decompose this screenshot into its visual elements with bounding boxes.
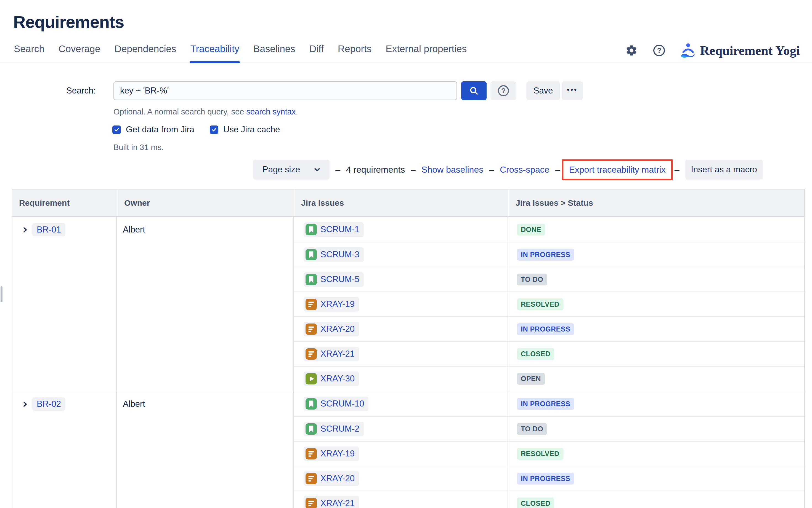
tab-diff[interactable]: Diff bbox=[309, 39, 324, 62]
page-size-dropdown[interactable]: Page size bbox=[253, 160, 330, 179]
test-icon bbox=[306, 299, 317, 310]
owner-cell: Albert bbox=[117, 217, 294, 391]
status-subrow: RESOLVED bbox=[508, 441, 804, 466]
story-icon bbox=[306, 274, 317, 285]
issue-key: XRAY-19 bbox=[320, 299, 355, 309]
story-icon bbox=[306, 398, 317, 410]
column-header-jira-issues: Jira Issues bbox=[294, 189, 508, 216]
jira-issue-link-scrum-10[interactable]: SCRUM-10 bbox=[304, 396, 369, 411]
jira-issue-link-xray-30[interactable]: XRAY-30 bbox=[304, 372, 359, 386]
status-subrow: RESOLVED bbox=[508, 292, 804, 316]
requirement-link[interactable]: BR-02 bbox=[32, 397, 66, 411]
issue-subrow: SCRUM-5 bbox=[294, 267, 508, 292]
issue-key: SCRUM-1 bbox=[320, 224, 359, 235]
issue-key: XRAY-20 bbox=[320, 473, 355, 483]
jira-issue-link-xray-21[interactable]: XRAY-21 bbox=[304, 347, 359, 361]
issue-key: SCRUM-2 bbox=[320, 424, 359, 434]
search-syntax-help-button[interactable]: ? bbox=[491, 81, 516, 100]
jira-issue-link-scrum-1[interactable]: SCRUM-1 bbox=[304, 222, 364, 237]
tab-baselines[interactable]: Baselines bbox=[253, 39, 296, 62]
jira-issues-cell: SCRUM-1SCRUM-3SCRUM-5XRAY-19XRAY-20XRAY-… bbox=[294, 217, 508, 391]
owner-cell: Albert bbox=[117, 391, 294, 508]
jira-status-cell: DONEIN PROGRESSTO DORESOLVEDIN PROGRESSC… bbox=[508, 217, 804, 391]
jira-issue-link-xray-21[interactable]: XRAY-21 bbox=[304, 496, 359, 508]
issue-subrow: XRAY-19 bbox=[294, 441, 508, 466]
tab-coverage[interactable]: Coverage bbox=[58, 39, 101, 62]
link-cross-space[interactable]: Cross-space bbox=[500, 165, 549, 175]
tab-dependencies[interactable]: Dependencies bbox=[114, 39, 177, 62]
page-title: Requirements bbox=[13, 12, 812, 32]
separator-dash: – bbox=[335, 165, 340, 175]
checkbox-use-jira-cache[interactable]: Use Jira cache bbox=[210, 125, 280, 135]
jira-issue-link-scrum-2[interactable]: SCRUM-2 bbox=[304, 422, 364, 436]
status-subrow: TO DO bbox=[508, 267, 804, 292]
table-body: BR-01AlbertSCRUM-1SCRUM-3SCRUM-5XRAY-19X… bbox=[12, 217, 804, 508]
status-subrow: IN PROGRESS bbox=[508, 242, 804, 267]
issue-subrow: XRAY-21 bbox=[294, 491, 508, 508]
search-syntax-link[interactable]: search syntax bbox=[246, 107, 296, 116]
test-icon bbox=[306, 324, 317, 335]
status-subrow: OPEN bbox=[508, 366, 804, 391]
help-circle-icon[interactable]: ? bbox=[653, 44, 666, 57]
chevron-down-icon bbox=[313, 166, 321, 174]
status-badge: IN PROGRESS bbox=[517, 473, 574, 484]
chevron-right-icon bbox=[21, 226, 29, 234]
requirement-link[interactable]: BR-01 bbox=[32, 223, 66, 236]
table-header: RequirementOwnerJira IssuesJira Issues >… bbox=[12, 189, 804, 217]
status-badge: CLOSED bbox=[517, 498, 554, 508]
jira-issue-link-xray-20[interactable]: XRAY-20 bbox=[304, 471, 359, 486]
insert-as-macro-button[interactable]: Insert as a macro bbox=[685, 160, 763, 179]
test-icon bbox=[306, 498, 317, 508]
search-icon bbox=[469, 86, 479, 96]
chevron-right-icon bbox=[21, 400, 29, 408]
status-badge: CLOSED bbox=[517, 348, 554, 360]
checkbox-label: Get data from Jira bbox=[126, 125, 194, 135]
link-export-traceability-matrix[interactable]: Export traceability matrix bbox=[569, 165, 665, 175]
search-input[interactable] bbox=[113, 81, 457, 100]
tab-traceability[interactable]: Traceability bbox=[190, 39, 240, 62]
jira-issue-link-xray-19[interactable]: XRAY-19 bbox=[304, 447, 359, 461]
helper-suffix: . bbox=[296, 107, 298, 116]
more-options-button[interactable]: ••• bbox=[562, 81, 583, 100]
jira-issue-link-xray-20[interactable]: XRAY-20 bbox=[304, 322, 359, 336]
status-subrow: IN PROGRESS bbox=[508, 466, 804, 491]
issue-key: XRAY-30 bbox=[320, 374, 355, 384]
search-label: Search: bbox=[66, 86, 113, 96]
issue-subrow: XRAY-21 bbox=[294, 341, 508, 366]
checkbox-box[interactable] bbox=[112, 125, 121, 134]
requirement-row-br-01: BR-01AlbertSCRUM-1SCRUM-3SCRUM-5XRAY-19X… bbox=[12, 217, 804, 391]
expand-chevron[interactable] bbox=[21, 397, 29, 411]
main-nav: SearchCoverageDependenciesTraceabilityBa… bbox=[0, 39, 812, 63]
search-row: Search: ? Save ••• bbox=[66, 81, 812, 100]
status-badge: IN PROGRESS bbox=[517, 249, 574, 261]
story-icon bbox=[306, 224, 317, 235]
status-subrow: CLOSED bbox=[508, 341, 804, 366]
page-size-label: Page size bbox=[263, 165, 300, 175]
column-header-requirement: Requirement bbox=[12, 189, 117, 216]
save-button[interactable]: Save bbox=[526, 81, 560, 100]
tab-external-properties[interactable]: External properties bbox=[385, 39, 467, 62]
status-badge: DONE bbox=[517, 224, 545, 236]
tab-reports[interactable]: Reports bbox=[337, 39, 372, 62]
search-button[interactable] bbox=[461, 81, 487, 100]
checkbox-label: Use Jira cache bbox=[223, 125, 280, 135]
question-mark-glyph: ? bbox=[498, 85, 509, 96]
requirements-count: 4 requirements bbox=[346, 165, 405, 175]
checkbox-box[interactable] bbox=[210, 125, 218, 134]
control-links: –Show baselines–Cross-space–Export trace… bbox=[405, 159, 668, 180]
jira-issue-link-xray-19[interactable]: XRAY-19 bbox=[304, 297, 359, 312]
status-badge: TO DO bbox=[517, 273, 547, 286]
separator-dash: – bbox=[674, 165, 680, 175]
checkbox-check-icon bbox=[211, 127, 217, 133]
yogi-logo-icon bbox=[680, 42, 696, 59]
expand-chevron[interactable] bbox=[21, 223, 29, 236]
export-highlight-box: Export traceability matrix bbox=[562, 159, 672, 180]
jira-issue-link-scrum-5[interactable]: SCRUM-5 bbox=[304, 272, 364, 287]
test-execution-icon bbox=[306, 373, 317, 384]
checkbox-get-data-from-jira[interactable]: Get data from Jira bbox=[112, 125, 194, 135]
status-subrow: IN PROGRESS bbox=[508, 391, 804, 416]
link-show-baselines[interactable]: Show baselines bbox=[421, 165, 483, 175]
tab-search[interactable]: Search bbox=[13, 39, 45, 62]
jira-issue-link-scrum-3[interactable]: SCRUM-3 bbox=[304, 247, 364, 262]
gear-icon[interactable] bbox=[625, 44, 638, 57]
